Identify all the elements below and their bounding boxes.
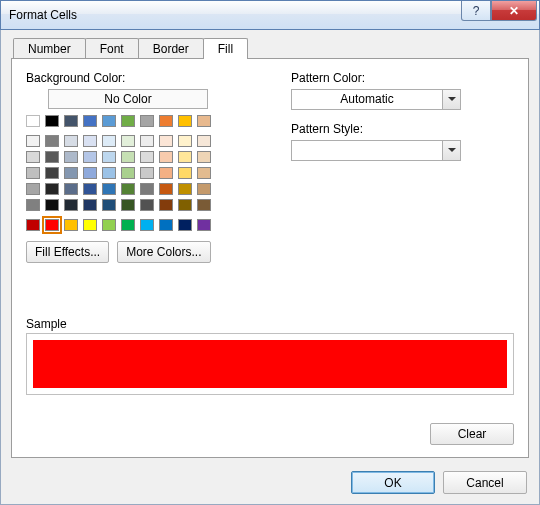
clear-button[interactable]: Clear [430,423,514,445]
color-swatch[interactable] [102,199,116,211]
color-swatch[interactable] [121,115,135,127]
color-swatch[interactable] [140,115,154,127]
pattern-style-value [292,141,442,160]
tab-border[interactable]: Border [138,38,204,59]
tab-font[interactable]: Font [85,38,139,59]
more-colors-button[interactable]: More Colors... [117,241,210,263]
color-swatch[interactable] [64,151,78,163]
color-swatch[interactable] [140,219,154,231]
color-swatch[interactable] [83,199,97,211]
color-swatch[interactable] [45,151,59,163]
color-swatch[interactable] [45,199,59,211]
background-color-label: Background Color: [26,71,241,85]
color-swatch[interactable] [102,135,116,147]
sample-label: Sample [26,317,514,331]
color-swatch[interactable] [197,151,211,163]
color-swatch[interactable] [197,135,211,147]
color-swatch[interactable] [26,219,40,231]
color-swatch[interactable] [197,115,211,127]
color-swatch[interactable] [83,135,97,147]
tab-fill[interactable]: Fill [203,38,248,59]
cancel-button[interactable]: Cancel [443,471,527,494]
color-swatch[interactable] [64,183,78,195]
color-swatch[interactable] [159,135,173,147]
color-swatch[interactable] [121,135,135,147]
color-swatch[interactable] [159,115,173,127]
color-swatch[interactable] [140,199,154,211]
color-swatch[interactable] [178,135,192,147]
color-swatch[interactable] [45,183,59,195]
pattern-style-label: Pattern Style: [291,122,514,136]
fill-tab-panel: Background Color: No Color Fill Effects.… [11,58,529,458]
color-swatch[interactable] [45,135,59,147]
chevron-down-icon[interactable] [442,90,460,109]
tab-strip: NumberFontBorderFill [13,36,529,58]
color-swatch[interactable] [178,167,192,179]
ok-button[interactable]: OK [351,471,435,494]
sample-swatch [33,340,507,388]
color-swatch[interactable] [102,219,116,231]
color-swatch[interactable] [197,199,211,211]
color-swatch[interactable] [64,219,78,231]
color-swatch[interactable] [64,135,78,147]
color-swatch[interactable] [159,219,173,231]
color-swatch[interactable] [140,183,154,195]
titlebar: Format Cells ? ✕ [0,0,540,30]
pattern-color-value: Automatic [292,90,442,109]
tab-number[interactable]: Number [13,38,86,59]
color-swatch[interactable] [83,151,97,163]
color-swatch[interactable] [178,151,192,163]
color-swatch[interactable] [178,115,192,127]
color-swatch[interactable] [121,167,135,179]
color-swatch[interactable] [121,219,135,231]
color-swatch[interactable] [102,167,116,179]
color-swatch[interactable] [159,199,173,211]
color-swatch[interactable] [26,115,40,127]
color-swatch[interactable] [102,183,116,195]
pattern-color-combo[interactable]: Automatic [291,89,461,110]
no-color-button[interactable]: No Color [48,89,208,109]
color-swatch[interactable] [140,167,154,179]
color-swatch[interactable] [83,183,97,195]
color-swatch[interactable] [83,115,97,127]
color-swatch[interactable] [83,219,97,231]
fill-effects-button[interactable]: Fill Effects... [26,241,109,263]
chevron-down-icon[interactable] [442,141,460,160]
help-button[interactable]: ? [461,1,491,21]
color-swatch[interactable] [197,219,211,231]
color-swatch[interactable] [26,199,40,211]
color-swatch[interactable] [26,151,40,163]
close-button[interactable]: ✕ [491,1,537,21]
color-swatch[interactable] [83,167,97,179]
color-swatch[interactable] [159,167,173,179]
color-swatch[interactable] [102,115,116,127]
color-swatch[interactable] [64,199,78,211]
color-swatch[interactable] [26,135,40,147]
color-swatch[interactable] [178,183,192,195]
color-swatch[interactable] [102,151,116,163]
color-swatch[interactable] [121,183,135,195]
color-swatch[interactable] [26,167,40,179]
color-swatch[interactable] [140,151,154,163]
color-swatch[interactable] [45,115,59,127]
pattern-color-label: Pattern Color: [291,71,514,85]
color-swatch[interactable] [197,183,211,195]
color-swatch[interactable] [140,135,154,147]
color-swatch[interactable] [64,167,78,179]
color-swatch[interactable] [45,167,59,179]
color-swatch[interactable] [178,219,192,231]
color-swatch[interactable] [45,219,59,231]
window-title: Format Cells [9,8,77,22]
pattern-style-combo[interactable] [291,140,461,161]
color-swatch[interactable] [26,183,40,195]
color-swatch[interactable] [121,151,135,163]
color-swatch[interactable] [64,115,78,127]
color-swatch[interactable] [178,199,192,211]
color-swatch[interactable] [159,183,173,195]
color-palette [26,115,241,233]
color-swatch[interactable] [159,151,173,163]
sample-box [26,333,514,395]
color-swatch[interactable] [121,199,135,211]
color-swatch[interactable] [197,167,211,179]
